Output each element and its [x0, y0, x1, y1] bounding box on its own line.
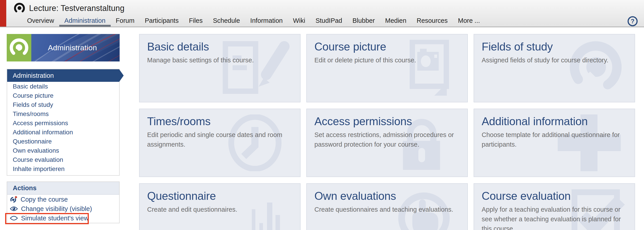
sidebar-item-access-permissions[interactable]: Access permissions [7, 118, 119, 128]
card-description: Edit periodic and single course dates an… [147, 130, 292, 149]
tab-files[interactable]: Files [184, 14, 208, 26]
copy-course-icon [10, 196, 18, 203]
tab-bar: Overview Administration Forum Participan… [22, 14, 485, 26]
tab-administration[interactable]: Administration [59, 14, 111, 26]
card-title: Fields of study [482, 40, 627, 54]
sidebar-nav: Administration Basic details Course pict… [7, 69, 120, 176]
card-basic-details[interactable]: Basic details Manage basic settings of t… [139, 34, 300, 102]
studip-logo-icon [14, 3, 25, 14]
sidebar-banner-title: Administration [48, 43, 97, 52]
sidebar-item-times-rooms[interactable]: Times/rooms [7, 109, 119, 118]
card-times-rooms[interactable]: Times/rooms Edit periodic and single cou… [139, 109, 300, 177]
action-label: Copy the course [20, 196, 68, 203]
card-course-evaluation[interactable]: Course evaluation Apply for a teaching e… [474, 183, 635, 230]
card-description: Create questionnaires and teaching evalu… [314, 205, 460, 214]
card-fields-of-study[interactable]: Fields of study Assigned fields of study… [474, 34, 635, 102]
card-description: Assigned fields of study for course dire… [482, 56, 627, 65]
tab-resources[interactable]: Resources [412, 14, 453, 26]
sidebar: Administration Administration Basic deta… [7, 34, 120, 176]
admin-card-grid: Basic details Manage basic settings of t… [139, 34, 635, 230]
tab-overview[interactable]: Overview [22, 14, 59, 26]
sidebar-item-additional-information[interactable]: Additional information [7, 128, 119, 137]
sidebar-item-inhalte-importieren[interactable]: Inhalte importieren [7, 164, 119, 174]
card-own-evaluations[interactable]: Own evaluations Create questionnaires an… [306, 183, 468, 230]
tab-information[interactable]: Information [245, 14, 288, 26]
action-change-visibility[interactable]: Change visibility (visible) [7, 204, 119, 214]
card-title: Course evaluation [482, 189, 627, 203]
tab-schedule[interactable]: Schedule [208, 14, 245, 26]
card-description: Create and edit questionnaires. [147, 205, 292, 214]
card-description: Manage basic settings of this course. [147, 56, 292, 65]
card-additional-information[interactable]: Additional information Choose template f… [474, 109, 635, 177]
sidebar-item-course-picture[interactable]: Course picture [7, 91, 119, 100]
actions-title: Actions [7, 182, 119, 195]
action-label: Change visibility (visible) [21, 205, 92, 212]
annotation-highlight-box [5, 213, 89, 224]
card-title: Own evaluations [314, 189, 460, 203]
card-title: Basic details [147, 40, 292, 54]
tab-wiki[interactable]: Wiki [288, 14, 310, 26]
card-questionnaire[interactable]: Questionnaire Create and edit questionna… [139, 183, 300, 230]
card-description: Apply for a teaching evaluation for this… [482, 205, 627, 230]
card-access-permissions[interactable]: Access permissions Set access restrictio… [306, 109, 468, 177]
header: Lecture: Testveranstaltung Overview Admi… [0, 0, 644, 27]
sidebar-item-fields-of-study[interactable]: Fields of study [7, 100, 119, 109]
sidebar-item-own-evaluations[interactable]: Own evaluations [7, 146, 119, 155]
brand: Lecture: Testveranstaltung [14, 3, 124, 14]
tab-forum[interactable]: Forum [111, 14, 140, 26]
card-description: Choose template for additional questionn… [482, 130, 627, 149]
card-description: Set access restrictions, admission proce… [314, 130, 460, 149]
action-copy-the-course[interactable]: Copy the course [7, 195, 119, 204]
card-course-picture[interactable]: Course picture Edit or delete picture of… [306, 34, 468, 102]
sidebar-item-administration[interactable]: Administration [7, 69, 119, 82]
card-title: Times/rooms [147, 114, 292, 128]
svg-text:?: ? [631, 18, 634, 24]
studip-logo-green-tile [7, 34, 31, 62]
help-icon[interactable]: ? [627, 16, 638, 27]
sidebar-item-basic-details[interactable]: Basic details [7, 82, 119, 91]
card-title: Additional information [482, 114, 627, 128]
card-title: Access permissions [314, 114, 460, 128]
header-red-bar [0, 0, 6, 26]
card-description: Edit or delete picture of this course. [314, 56, 460, 65]
tab-medien[interactable]: Medien [380, 14, 412, 26]
tab-more[interactable]: More ... [453, 14, 485, 26]
page-title: Lecture: Testveranstaltung [29, 4, 124, 13]
tab-studipad[interactable]: StudIPad [310, 14, 347, 26]
tab-participants[interactable]: Participants [140, 14, 184, 26]
sidebar-item-questionnaire[interactable]: Questionnaire [7, 137, 119, 146]
eye-filled-icon [10, 206, 18, 212]
studip-logo-icon [10, 38, 28, 58]
sidebar-banner: Administration [7, 34, 120, 62]
card-title: Course picture [314, 40, 460, 54]
card-title: Questionnaire [147, 189, 292, 203]
sidebar-item-course-evaluation[interactable]: Course evaluation [7, 155, 119, 164]
tab-blubber[interactable]: Blubber [347, 14, 380, 26]
